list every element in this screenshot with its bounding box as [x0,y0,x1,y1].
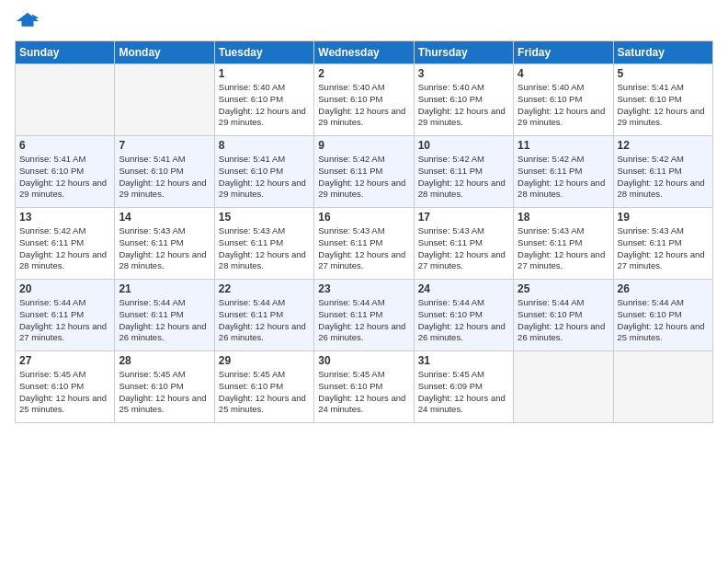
day-info: Sunrise: 5:40 AMSunset: 6:10 PMDaylight:… [518,82,609,129]
day-number: 23 [318,282,409,295]
day-number: 2 [318,67,409,80]
day-number: 13 [19,211,110,224]
calendar-cell: 26Sunrise: 5:44 AMSunset: 6:10 PMDayligh… [613,280,712,351]
day-info: Sunrise: 5:45 AMSunset: 6:10 PMDaylight:… [19,369,110,416]
calendar-cell [16,64,115,136]
calendar-cell: 6Sunrise: 5:41 AMSunset: 6:10 PMDaylight… [16,136,115,208]
calendar-cell: 29Sunrise: 5:45 AMSunset: 6:10 PMDayligh… [214,351,313,423]
day-number: 16 [318,211,409,224]
calendar-cell [514,351,613,423]
day-header-friday: Friday [514,41,613,64]
calendar-cell: 31Sunrise: 5:45 AMSunset: 6:09 PMDayligh… [414,351,513,423]
logo [15,9,44,35]
day-info: Sunrise: 5:44 AMSunset: 6:11 PMDaylight:… [219,297,310,344]
day-number: 18 [518,211,609,224]
calendar-cell: 22Sunrise: 5:44 AMSunset: 6:11 PMDayligh… [214,280,313,351]
calendar-cell [115,64,214,136]
day-header-monday: Monday [115,41,214,64]
day-info: Sunrise: 5:41 AMSunset: 6:10 PMDaylight:… [618,82,709,129]
header [15,9,713,35]
calendar-cell: 3Sunrise: 5:40 AMSunset: 6:10 PMDaylight… [414,64,513,136]
day-info: Sunrise: 5:41 AMSunset: 6:10 PMDaylight:… [219,154,310,201]
day-header-thursday: Thursday [414,41,513,64]
week-row-4: 20Sunrise: 5:44 AMSunset: 6:11 PMDayligh… [16,280,713,351]
calendar-cell: 7Sunrise: 5:41 AMSunset: 6:10 PMDaylight… [115,136,214,208]
day-info: Sunrise: 5:43 AMSunset: 6:11 PMDaylight:… [219,225,310,272]
day-info: Sunrise: 5:41 AMSunset: 6:10 PMDaylight:… [119,154,210,201]
day-number: 9 [318,139,409,152]
calendar-cell: 2Sunrise: 5:40 AMSunset: 6:10 PMDaylight… [314,64,414,136]
day-info: Sunrise: 5:43 AMSunset: 6:11 PMDaylight:… [618,225,709,272]
day-number: 30 [318,354,409,367]
day-number: 4 [518,67,609,80]
day-number: 22 [219,282,310,295]
day-info: Sunrise: 5:44 AMSunset: 6:10 PMDaylight:… [418,297,509,344]
day-info: Sunrise: 5:41 AMSunset: 6:10 PMDaylight:… [19,154,110,201]
calendar-cell: 9Sunrise: 5:42 AMSunset: 6:11 PMDaylight… [314,136,414,208]
day-info: Sunrise: 5:44 AMSunset: 6:10 PMDaylight:… [618,297,709,344]
day-info: Sunrise: 5:40 AMSunset: 6:10 PMDaylight:… [418,82,509,129]
day-info: Sunrise: 5:42 AMSunset: 6:11 PMDaylight:… [318,154,409,201]
calendar-cell: 23Sunrise: 5:44 AMSunset: 6:11 PMDayligh… [314,280,414,351]
day-number: 15 [219,211,310,224]
week-row-2: 6Sunrise: 5:41 AMSunset: 6:10 PMDaylight… [16,136,713,208]
day-info: Sunrise: 5:42 AMSunset: 6:11 PMDaylight:… [518,154,609,201]
day-number: 29 [219,354,310,367]
day-number: 17 [418,211,509,224]
week-row-3: 13Sunrise: 5:42 AMSunset: 6:11 PMDayligh… [16,208,713,280]
calendar-cell: 20Sunrise: 5:44 AMSunset: 6:11 PMDayligh… [16,280,115,351]
day-info: Sunrise: 5:43 AMSunset: 6:11 PMDaylight:… [119,225,210,272]
day-info: Sunrise: 5:43 AMSunset: 6:11 PMDaylight:… [518,225,609,272]
calendar-cell: 11Sunrise: 5:42 AMSunset: 6:11 PMDayligh… [514,136,613,208]
day-info: Sunrise: 5:42 AMSunset: 6:11 PMDaylight:… [19,225,110,272]
calendar-cell: 24Sunrise: 5:44 AMSunset: 6:10 PMDayligh… [414,280,513,351]
day-number: 27 [19,354,110,367]
day-info: Sunrise: 5:45 AMSunset: 6:10 PMDaylight:… [119,369,210,416]
day-info: Sunrise: 5:43 AMSunset: 6:11 PMDaylight:… [418,225,509,272]
day-header-wednesday: Wednesday [314,41,414,64]
day-number: 5 [618,67,709,80]
day-info: Sunrise: 5:44 AMSunset: 6:11 PMDaylight:… [119,297,210,344]
day-info: Sunrise: 5:44 AMSunset: 6:11 PMDaylight:… [19,297,110,344]
calendar-cell: 27Sunrise: 5:45 AMSunset: 6:10 PMDayligh… [16,351,115,423]
calendar-cell: 12Sunrise: 5:42 AMSunset: 6:11 PMDayligh… [613,136,712,208]
day-info: Sunrise: 5:43 AMSunset: 6:11 PMDaylight:… [318,225,409,272]
page: SundayMondayTuesdayWednesdayThursdayFrid… [0,0,728,431]
calendar-cell: 8Sunrise: 5:41 AMSunset: 6:10 PMDaylight… [214,136,313,208]
day-info: Sunrise: 5:42 AMSunset: 6:11 PMDaylight:… [418,154,509,201]
day-info: Sunrise: 5:40 AMSunset: 6:10 PMDaylight:… [318,82,409,129]
day-number: 6 [19,139,110,152]
header-row: SundayMondayTuesdayWednesdayThursdayFrid… [16,41,713,64]
svg-marker-0 [17,13,39,27]
day-header-saturday: Saturday [613,41,712,64]
calendar-cell: 19Sunrise: 5:43 AMSunset: 6:11 PMDayligh… [613,208,712,280]
day-info: Sunrise: 5:44 AMSunset: 6:11 PMDaylight:… [318,297,409,344]
calendar-cell: 18Sunrise: 5:43 AMSunset: 6:11 PMDayligh… [514,208,613,280]
calendar-cell: 16Sunrise: 5:43 AMSunset: 6:11 PMDayligh… [314,208,414,280]
day-number: 31 [418,354,509,367]
day-header-sunday: Sunday [16,41,115,64]
day-info: Sunrise: 5:42 AMSunset: 6:11 PMDaylight:… [618,154,709,201]
calendar-cell: 15Sunrise: 5:43 AMSunset: 6:11 PMDayligh… [214,208,313,280]
calendar-cell: 10Sunrise: 5:42 AMSunset: 6:11 PMDayligh… [414,136,513,208]
day-number: 21 [119,282,210,295]
day-info: Sunrise: 5:45 AMSunset: 6:10 PMDaylight:… [219,369,310,416]
day-number: 1 [219,67,310,80]
calendar-cell: 30Sunrise: 5:45 AMSunset: 6:10 PMDayligh… [314,351,414,423]
day-number: 11 [518,139,609,152]
day-info: Sunrise: 5:45 AMSunset: 6:09 PMDaylight:… [418,369,509,416]
calendar-cell: 5Sunrise: 5:41 AMSunset: 6:10 PMDaylight… [613,64,712,136]
day-number: 10 [418,139,509,152]
day-info: Sunrise: 5:40 AMSunset: 6:10 PMDaylight:… [219,82,310,129]
day-number: 8 [219,139,310,152]
calendar-cell: 4Sunrise: 5:40 AMSunset: 6:10 PMDaylight… [514,64,613,136]
day-number: 12 [618,139,709,152]
day-number: 14 [119,211,210,224]
calendar-cell: 25Sunrise: 5:44 AMSunset: 6:10 PMDayligh… [514,280,613,351]
calendar-cell: 17Sunrise: 5:43 AMSunset: 6:11 PMDayligh… [414,208,513,280]
day-header-tuesday: Tuesday [214,41,313,64]
day-number: 26 [618,282,709,295]
day-info: Sunrise: 5:45 AMSunset: 6:10 PMDaylight:… [318,369,409,416]
calendar-cell: 21Sunrise: 5:44 AMSunset: 6:11 PMDayligh… [115,280,214,351]
calendar: SundayMondayTuesdayWednesdayThursdayFrid… [15,40,713,423]
